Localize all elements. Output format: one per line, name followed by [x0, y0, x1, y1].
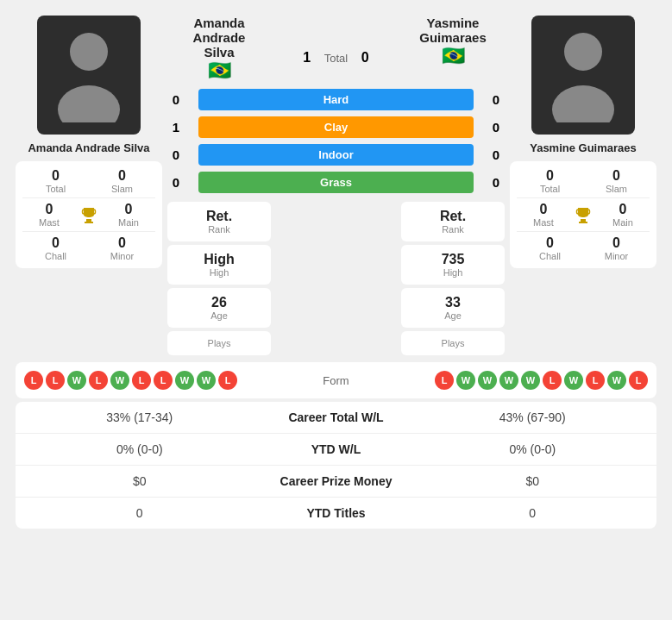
table-cell-right: 0% (0-0): [423, 442, 644, 456]
table-cell-center: Career Total W/L: [250, 410, 423, 424]
form-badge-l: L: [586, 371, 605, 390]
hard-left: 0: [167, 92, 185, 107]
hard-surface: Hard: [198, 89, 474, 110]
indoor-surface: Indoor: [198, 144, 474, 166]
form-badge-l: L: [24, 371, 43, 390]
right-chall-value: 0: [546, 235, 554, 251]
right-form-badges: LWWWWLWLWL: [435, 371, 648, 390]
right-plays-label: Plays: [410, 338, 496, 348]
trophy-icon-left: [76, 206, 102, 223]
table-row: 33% (17-34)Career Total W/L43% (67-90): [16, 402, 656, 434]
left-player-header2: Silva: [167, 45, 271, 59]
right-main-label: Main: [612, 217, 633, 228]
right-rank-label: Rank: [410, 224, 496, 235]
stats-table: 33% (17-34)Career Total W/L43% (67-90)0%…: [16, 402, 656, 529]
clay-surface: Clay: [198, 116, 474, 138]
right-player-header: Yasmine Guimaraes: [401, 16, 505, 45]
total-right-score: 0: [355, 50, 375, 66]
form-badge-w: W: [607, 371, 626, 390]
left-player-header: Amanda Andrade: [167, 16, 271, 45]
form-badge-w: W: [456, 371, 475, 390]
left-rank-label: Rank: [176, 224, 262, 235]
right-high-label: High: [410, 267, 496, 278]
clay-right: 0: [487, 120, 505, 135]
form-badge-l: L: [154, 371, 173, 390]
left-rank-value: Ret.: [176, 209, 262, 224]
form-badge-w: W: [521, 371, 540, 390]
right-mast-value: 0: [540, 202, 548, 217]
left-high-value: High: [176, 252, 262, 267]
hard-right: 0: [487, 92, 505, 107]
form-badge-w: W: [499, 371, 518, 390]
left-mast-label: Mast: [39, 217, 60, 228]
left-main-value: 0: [125, 202, 133, 217]
left-chall-value: 0: [52, 235, 60, 251]
table-cell-left: 0% (0-0): [29, 442, 250, 456]
table-cell-center: YTD W/L: [250, 442, 423, 456]
right-total-label: Total: [540, 184, 560, 194]
right-player-name: Yasmine Guimaraes: [510, 141, 656, 154]
left-age-label: Age: [176, 310, 262, 321]
right-total-value: 0: [546, 168, 554, 184]
table-cell-left: 33% (17-34): [29, 410, 250, 424]
trophy-icon-right: [570, 206, 596, 223]
table-cell-right: 0: [423, 506, 644, 520]
form-badge-w: W: [175, 371, 194, 390]
form-badge-w: W: [564, 371, 583, 390]
form-badge-l: L: [218, 371, 237, 390]
left-age-value: 26: [176, 295, 262, 310]
svg-rect-7: [579, 222, 587, 223]
indoor-left: 0: [167, 147, 185, 162]
svg-rect-2: [86, 219, 91, 222]
table-cell-left: $0: [29, 474, 250, 488]
right-rank-value: Ret.: [410, 209, 496, 224]
grass-left: 0: [167, 175, 185, 190]
right-high-value: 735: [410, 252, 496, 267]
left-player-avatar: [37, 16, 141, 135]
form-badge-w: W: [478, 371, 497, 390]
table-cell-center: YTD Titles: [250, 506, 423, 520]
svg-point-4: [564, 33, 602, 71]
form-badge-l: L: [46, 371, 65, 390]
total-left-score: 1: [297, 50, 317, 66]
right-age-label: Age: [410, 310, 496, 321]
left-high-label: High: [176, 267, 262, 278]
table-cell-center: Career Prize Money: [250, 474, 423, 488]
left-slam-value: 0: [118, 168, 126, 184]
left-total-label: Total: [46, 184, 66, 194]
svg-rect-6: [581, 219, 586, 222]
left-plays-label: Plays: [176, 338, 262, 348]
right-slam-label: Slam: [606, 184, 627, 194]
total-label: Total: [324, 52, 348, 65]
svg-point-5: [552, 85, 614, 122]
left-player-flag: 🇧🇷: [167, 59, 271, 82]
grass-surface: Grass: [198, 172, 474, 193]
right-player-flag: 🇧🇷: [401, 45, 505, 67]
grass-right: 0: [487, 175, 505, 190]
left-form-badges: LLWLWLLWWL: [24, 371, 237, 390]
table-cell-right: 43% (67-90): [423, 410, 644, 424]
table-cell-right: $0: [423, 474, 644, 488]
right-minor-value: 0: [612, 235, 620, 251]
left-total-value: 0: [52, 168, 60, 184]
table-row: 0% (0-0)YTD W/L0% (0-0): [16, 434, 656, 466]
form-label: Form: [323, 374, 349, 387]
right-age-value: 33: [410, 295, 496, 310]
left-slam-label: Slam: [111, 184, 133, 194]
form-badge-w: W: [67, 371, 86, 390]
right-chall-label: Chall: [539, 251, 561, 261]
left-mast-value: 0: [46, 202, 53, 217]
clay-left: 1: [167, 120, 185, 135]
left-minor-label: Minor: [110, 251, 135, 261]
form-badge-l: L: [89, 371, 108, 390]
indoor-right: 0: [487, 147, 505, 162]
right-minor-label: Minor: [605, 251, 629, 261]
left-minor-value: 0: [118, 235, 126, 251]
form-badge-w: W: [197, 371, 216, 390]
form-badge-l: L: [435, 371, 454, 390]
form-badge-w: W: [110, 371, 129, 390]
table-row: 0YTD Titles0: [16, 498, 656, 529]
svg-point-0: [70, 33, 108, 71]
form-badge-l: L: [543, 371, 562, 390]
form-badge-l: L: [629, 371, 648, 390]
